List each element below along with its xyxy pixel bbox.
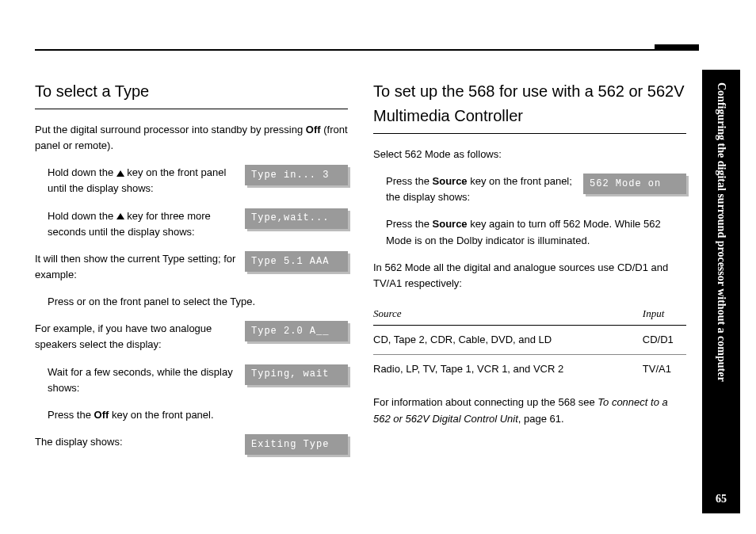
instruction-text: In 562 Mode all the digital and analogue…	[373, 260, 686, 292]
lcd-display: Exiting Type	[245, 434, 348, 455]
header-accent-box	[655, 44, 699, 51]
table-cell: CD/D1	[643, 326, 686, 355]
lcd-display: Type,wait...	[245, 208, 348, 229]
step-row: Hold down the key for three more seconds…	[35, 208, 348, 240]
text: , page 61.	[518, 413, 564, 425]
reference-text: For information about connecting up the …	[373, 395, 686, 426]
step-text: Hold down the key for three more seconds…	[48, 208, 237, 240]
source-key-label: Source	[433, 218, 468, 230]
step-row: The display shows: Exiting Type	[35, 434, 348, 455]
instruction-text: Press or on the front panel to select th…	[35, 294, 348, 310]
text: Press the	[386, 175, 433, 187]
chapter-title: Configuring the digital surround process…	[715, 82, 727, 382]
side-tab: Configuring the digital surround process…	[702, 70, 740, 513]
section-title-right: To set up the 568 for use with a 562 or …	[373, 79, 686, 134]
instruction-text: Press the Source key again to turn off 5…	[373, 216, 686, 248]
step-row: Hold down the key on the front panel unt…	[35, 165, 348, 196]
text: Hold down the	[48, 210, 116, 222]
step-text: Wait for a few seconds, while the displa…	[48, 364, 237, 396]
intro-paragraph: Put the digital surround processor into …	[35, 122, 348, 154]
table-row: Radio, LP, TV, Tape 1, VCR 1, and VCR 2 …	[373, 355, 686, 384]
section-title-left: To select a Type	[35, 79, 348, 109]
lcd-display: 562 Mode on	[583, 174, 686, 194]
lcd-display: Type 2.0 A__	[245, 321, 348, 341]
page-number: 65	[716, 493, 727, 505]
step-text: Press the Source key on the front panel;…	[386, 174, 575, 205]
table-cell: TV/A1	[643, 355, 686, 384]
table-header-source: Source	[373, 303, 643, 326]
source-key-label: Source	[433, 175, 468, 187]
text: Put the digital surround processor into …	[35, 124, 306, 135]
table-cell: CD, Tape 2, CDR, Cable, DVD, and LD	[373, 326, 643, 355]
step-row: For example, if you have two analogue sp…	[35, 321, 348, 353]
text: Press the	[386, 218, 433, 230]
lcd-display: Typing, wait	[245, 364, 348, 385]
text: Hold down the	[48, 166, 116, 178]
step-text: The display shows:	[35, 434, 237, 450]
text: key on the front panel.	[109, 409, 213, 421]
intro-paragraph: Select 562 Mode as follows:	[373, 147, 686, 162]
step-row: It will then show the current Type setti…	[35, 251, 348, 283]
text: For information about connecting up the …	[373, 396, 598, 408]
lcd-display: Type in... 3	[245, 165, 348, 185]
step-row: Press the Source key on the front panel;…	[373, 174, 686, 205]
text: Press the	[48, 409, 94, 421]
off-key-label: Off	[94, 409, 109, 421]
table-header-input: Input	[643, 303, 686, 326]
up-arrow-icon	[116, 213, 124, 219]
page-content: To select a Type Put the digital surroun…	[35, 79, 686, 515]
left-column: To select a Type Put the digital surroun…	[35, 79, 348, 515]
table-cell: Radio, LP, TV, Tape 1, VCR 1, and VCR 2	[373, 355, 643, 384]
step-text: For example, if you have two analogue sp…	[35, 321, 237, 353]
up-arrow-icon	[116, 170, 124, 177]
off-key-label: Off	[306, 124, 321, 135]
table-row: CD, Tape 2, CDR, Cable, DVD, and LD CD/D…	[373, 326, 686, 355]
header-rule	[35, 49, 699, 51]
source-input-table: Source Input CD, Tape 2, CDR, Cable, DVD…	[373, 303, 686, 383]
right-column: To set up the 568 for use with a 562 or …	[373, 79, 686, 515]
step-text: It will then show the current Type setti…	[35, 251, 237, 283]
step-row: Wait for a few seconds, while the displa…	[35, 364, 348, 396]
instruction-text: Press the Off key on the front panel.	[35, 407, 348, 423]
lcd-display: Type 5.1 AAA	[245, 251, 348, 272]
step-text: Hold down the key on the front panel unt…	[48, 165, 237, 196]
